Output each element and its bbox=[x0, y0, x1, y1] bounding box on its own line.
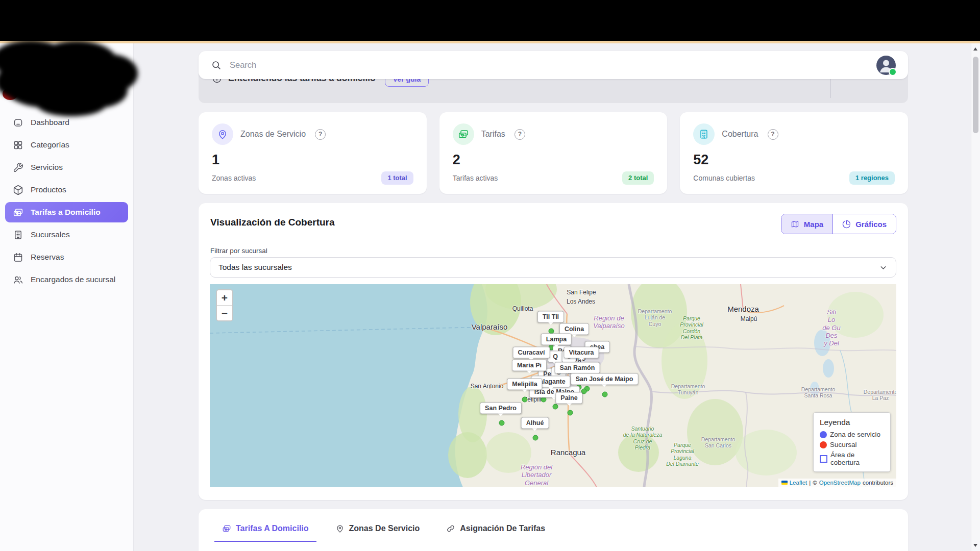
stat-card-cobertura: Cobertura ? 52 Comunas cubiertas 1 regio… bbox=[680, 112, 908, 194]
sidebar-item-label: Categorías bbox=[31, 140, 69, 149]
stat-badge: 1 total bbox=[381, 171, 413, 185]
attribution-separator: | bbox=[809, 480, 811, 486]
legend-item-zona-de-servicio: Zona de servicio bbox=[820, 431, 884, 438]
service-zone-marker[interactable] bbox=[499, 420, 505, 426]
scrollbar-thumb[interactable] bbox=[973, 57, 978, 133]
legend-swatch bbox=[820, 431, 827, 438]
stat-title: Tarifas bbox=[481, 130, 505, 139]
stat-footer: Comunas cubiertas 1 regiones bbox=[693, 171, 895, 185]
sidebar-item-servicios[interactable]: Servicios bbox=[5, 157, 128, 178]
page-scrollbar[interactable] bbox=[971, 43, 980, 551]
building-icon bbox=[693, 123, 715, 145]
search-bar bbox=[199, 51, 908, 79]
map-tooltip-melipilla: Melipilla bbox=[507, 379, 542, 390]
map-tooltip-til-til: Til Til bbox=[537, 311, 564, 323]
map-tooltip-vitacura: Vitacura bbox=[564, 347, 599, 359]
branch-filter-select[interactable]: Todas las sucursales bbox=[210, 257, 896, 278]
tab-asignacion-de-tarifas[interactable]: Asignación De Tarifas bbox=[444, 517, 547, 542]
sidebar-item-categorias[interactable]: Categorías bbox=[5, 135, 128, 155]
service-zone-marker[interactable] bbox=[553, 404, 558, 410]
search-icon bbox=[211, 60, 222, 70]
legend-swatch bbox=[820, 441, 827, 448]
zoom-out-button[interactable]: − bbox=[217, 306, 232, 320]
tab-zonas-de-servicio[interactable]: Zonas De Servicio bbox=[333, 517, 422, 542]
stat-label: Tarifas activas bbox=[453, 174, 498, 182]
map-pin-icon bbox=[212, 123, 233, 145]
scroll-down-arrow[interactable] bbox=[973, 544, 977, 547]
sidebar-item-tarifas-a-domicilio[interactable]: Tarifas a Domicilio bbox=[5, 202, 128, 222]
chevron-down-icon bbox=[879, 263, 888, 272]
stats-row: Zonas de Servicio ? 1 Zonas activas 1 to… bbox=[199, 112, 908, 194]
stat-label: Zonas activas bbox=[212, 174, 256, 182]
map-tooltip-paine: Paine bbox=[555, 392, 582, 404]
wrench-icon bbox=[13, 162, 23, 173]
attribution-suffix: contributors bbox=[863, 480, 893, 486]
legend-swatch bbox=[820, 455, 827, 463]
sidebar-item-label: Encargados de sucursal bbox=[31, 275, 115, 284]
sidebar-item-encargados-de-sucursal[interactable]: Encargados de sucursal bbox=[5, 269, 128, 290]
service-zone-marker[interactable] bbox=[568, 410, 573, 416]
stat-footer: Tarifas activas 2 total bbox=[453, 171, 654, 185]
coverage-card: Visualización de Cobertura MapaGráficos … bbox=[199, 203, 908, 500]
help-icon[interactable]: ? bbox=[315, 129, 326, 140]
tariff-cards-icon bbox=[222, 524, 231, 533]
service-zone-marker[interactable] bbox=[533, 435, 538, 441]
help-icon[interactable]: ? bbox=[768, 129, 778, 140]
home-icon bbox=[13, 117, 23, 128]
osm-link[interactable]: OpenStreetMap bbox=[819, 480, 861, 486]
sidebar-item-dashboard[interactable]: Dashboard bbox=[5, 112, 128, 133]
tariff-cards-icon bbox=[453, 123, 474, 145]
view-button-label: Mapa bbox=[804, 220, 823, 229]
zoom-in-button[interactable]: + bbox=[217, 290, 232, 306]
graficos-view-button[interactable]: Gráficos bbox=[832, 214, 896, 234]
help-icon[interactable]: ? bbox=[514, 129, 525, 140]
leaflet-link[interactable]: Leaflet bbox=[790, 480, 807, 486]
stat-card-zonas-de-servicio: Zonas de Servicio ? 1 Zonas activas 1 to… bbox=[199, 112, 427, 194]
map-icon bbox=[791, 220, 799, 229]
stat-card-tarifas: Tarifas ? 2 Tarifas activas 2 total bbox=[439, 112, 668, 194]
branch-filter-value: Todas las sucursales bbox=[218, 263, 292, 272]
stat-header: Cobertura ? bbox=[693, 123, 895, 145]
map-pin-icon bbox=[335, 524, 345, 533]
app-window: DashboardCategoríasServiciosProductosTar… bbox=[0, 0, 980, 551]
map-tooltip-maria-pi: María Pi bbox=[512, 360, 547, 371]
stat-title: Cobertura bbox=[722, 130, 758, 139]
view-button-label: Gráficos bbox=[855, 220, 887, 229]
sidebar-item-productos[interactable]: Productos bbox=[5, 180, 128, 200]
online-status-dot bbox=[889, 68, 897, 76]
sidebar-item-label: Dashboard bbox=[31, 118, 69, 127]
map-tooltip-san-jose-de-maipo: San José de Maipo bbox=[571, 373, 639, 385]
ukraine-flag-icon bbox=[781, 481, 788, 485]
scroll-up-arrow[interactable] bbox=[973, 47, 977, 51]
stat-value: 52 bbox=[693, 152, 895, 168]
sidebar-item-sucursales[interactable]: Sucursales bbox=[5, 224, 128, 245]
coverage-map[interactable]: San FelipeLos AndesQuillotaValparaísoSan… bbox=[210, 284, 896, 487]
map-tooltip-san-pedro: San Pedro bbox=[480, 403, 522, 414]
service-zone-marker[interactable] bbox=[602, 392, 608, 397]
legend-label: Área de cobertura bbox=[830, 451, 884, 466]
sidebar-item-label: Tarifas a Domicilio bbox=[31, 208, 101, 217]
sidebar-item-label: Sucursales bbox=[31, 230, 70, 239]
browser-topbar bbox=[0, 0, 980, 41]
bottom-tabs-card: Tarifas A DomicilioZonas De ServicioAsig… bbox=[199, 509, 908, 551]
link-icon bbox=[446, 524, 455, 533]
map-tooltip-curacavi: Curacaví bbox=[513, 347, 550, 359]
cube-icon bbox=[13, 185, 23, 195]
tab-label: Tarifas A Domicilio bbox=[236, 524, 309, 533]
map-tooltip-alhue: Alhué bbox=[521, 417, 549, 429]
stat-header: Tarifas ? bbox=[453, 123, 654, 145]
tariff-cards-icon bbox=[13, 207, 23, 218]
user-avatar[interactable] bbox=[876, 56, 896, 75]
service-zone-marker[interactable] bbox=[522, 397, 528, 403]
legend-title: Leyenda bbox=[820, 418, 884, 427]
grid-icon bbox=[13, 140, 23, 151]
tab-tarifas-a-domicilio[interactable]: Tarifas A Domicilio bbox=[220, 517, 311, 542]
map-legend: Leyenda Zona de servicioSucursalÁrea de … bbox=[813, 412, 891, 472]
sidebar-item-label: Servicios bbox=[31, 163, 63, 172]
legend-label: Zona de servicio bbox=[830, 431, 880, 438]
stat-footer: Zonas activas 1 total bbox=[212, 171, 413, 185]
mapa-view-button[interactable]: Mapa bbox=[781, 214, 832, 234]
search-input[interactable] bbox=[229, 60, 876, 70]
stat-value: 2 bbox=[453, 152, 654, 168]
sidebar-item-reservas[interactable]: Reservas bbox=[5, 247, 128, 267]
